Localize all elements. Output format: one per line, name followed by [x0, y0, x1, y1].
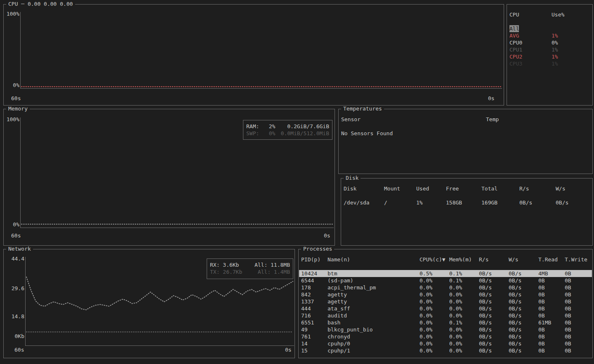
cpu-legend-row-cpu0[interactable]: CPU00% [507, 39, 592, 46]
cpu-legend-panel: CPUUse%AllAVG1%CPU00%CPU11%CPU21%CPU31% [507, 4, 593, 106]
process-cell-cpu-c: 0.0% [420, 326, 432, 333]
cpu-legend-row-cpu1[interactable]: CPU11% [507, 46, 592, 53]
process-cell-pid-p: 444 [301, 305, 311, 312]
process-cell-mem-m: 0.0% [449, 347, 462, 354]
memory-x-left-label: 60s [11, 233, 21, 239]
cpu-x-right-label: 0s [488, 96, 495, 101]
process-cell-mem-m: 0.0% [449, 284, 462, 291]
process-cell-mem-m: 0.0% [449, 333, 462, 340]
process-cell-w-s: 0B/s [509, 326, 521, 333]
process-header-mem-m[interactable]: Mem%(m) [449, 256, 472, 263]
process-header-r-s[interactable]: R/s [479, 256, 488, 263]
network-ytick-0: 0Kb [6, 333, 24, 339]
process-cell-name-n: blkcg_punt_bio [328, 326, 373, 333]
process-cell-w-s: 0B/s [509, 305, 521, 312]
process-cell-t-write: 0B [565, 319, 571, 326]
process-row[interactable]: 842agetty0.0%0.0%0B/s0B/s0B0B [299, 291, 592, 298]
process-header-t-read[interactable]: T.Read [538, 256, 558, 263]
process-cell-mem-m: 0.0% [449, 312, 462, 319]
disk-cell-free: 158GB [446, 199, 462, 206]
memory-swap-label: SWP: 0% [246, 130, 275, 137]
process-cell-cpu-c: 0.0% [420, 305, 432, 312]
process-row[interactable]: 444ata_sff0.0%0.0%0B/s0B/s0B0B [299, 305, 592, 312]
process-cell-mem-m: 0.0% [449, 291, 462, 298]
network-legend-tx-line: TX: 26.7Kb All: 1.4MB [210, 268, 290, 275]
network-x-left-label: 60s [14, 347, 24, 353]
process-row[interactable]: 15cpuhp/10.0%0.0%0B/s0B/s0B0B [299, 347, 592, 354]
cpu-legend-row-all[interactable]: All [507, 25, 592, 32]
cpu-legend-entry-name: CPU3 [509, 60, 522, 67]
process-row[interactable]: 14cpuhp/00.0%0.0%0B/s0B/s0B0B [299, 340, 592, 347]
process-cell-mem-m: 0.1% [449, 270, 462, 277]
process-row[interactable]: 6551bash0.0%0.1%0B/s0B/s61MB0B [299, 319, 592, 326]
process-row[interactable]: 6544(sd-pam)0.0%0.1%0B/s0B/s0B0B [299, 277, 592, 284]
cpu-legend-entry-use: 1% [552, 53, 558, 60]
process-cell-r-s: 0B/s [479, 305, 492, 312]
process-cell-cpu-c: 0.0% [420, 340, 432, 347]
process-header-name-n[interactable]: Name(n) [328, 256, 350, 263]
process-cell-cpu-c: 0.0% [420, 298, 432, 305]
process-cell-name-n: agetty [328, 291, 347, 298]
process-cell-name-n: agetty [328, 298, 347, 305]
process-cell-t-read: 0B [538, 305, 545, 312]
network-tx-rate: TX: 26.7Kb [210, 268, 242, 275]
process-cell-name-n: ata_sff [328, 305, 350, 312]
process-cell-t-read: 4MB [538, 270, 548, 277]
process-cell-w-s: 0B/s [509, 298, 521, 305]
process-header-w-s[interactable]: W/s [509, 256, 518, 263]
process-cell-t-write: 0B [565, 312, 571, 319]
process-cell-name-n: auditd [328, 312, 347, 319]
cpu-legend-row-avg[interactable]: AVG1% [507, 32, 592, 39]
processes-panel-title: Processes [301, 246, 334, 252]
process-header-t-write[interactable]: T.Write [565, 256, 587, 263]
process-cell-t-write: 0B [565, 298, 571, 305]
process-row[interactable]: 761chronyd0.0%0.0%0B/s0B/s0B0B [299, 333, 592, 340]
process-header-cpu-c[interactable]: CPU%(c)▼ [420, 256, 446, 263]
disk-row: /dev/sda/1%158GB169GB0B/s0B/s [342, 199, 592, 206]
process-cell-cpu-c: 0.0% [420, 347, 432, 354]
process-row[interactable]: 10424btm0.5%0.1%0B/s0B/s4MB0B [299, 270, 592, 277]
disk-panel: Disk DiskMountUsedFreeTotalR/sW/s/dev/sd… [341, 178, 593, 246]
memory-swap-value: 0.0MiB/512.0MiB [281, 130, 329, 137]
network-ytick-29: 29.6 [6, 286, 24, 291]
process-cell-t-read: 0B [538, 291, 545, 298]
process-cell-t-read: 0B [538, 326, 545, 333]
process-cell-t-read: 0B [538, 312, 545, 319]
disk-header-mount: Mount [384, 185, 400, 192]
bottom-system-monitor: CPU ─ 0.00 0.00 0.00 100% 0% 60s 0s CPUU… [0, 0, 594, 364]
cpu-legend-row-cpu3[interactable]: CPU31% [507, 60, 592, 67]
process-cell-pid-p: 10424 [301, 270, 317, 277]
process-cell-mem-m: 0.0% [449, 340, 462, 347]
cpu-legend-entry-use: 1% [552, 60, 558, 67]
cpu-legend-header-cpu: CPU [509, 11, 519, 18]
temperatures-header-temp: Temp [486, 116, 499, 123]
process-cell-cpu-c: 0.0% [420, 284, 432, 291]
disk-header-disk: Disk [344, 185, 356, 192]
memory-ram-label: RAM: 2% [246, 123, 275, 130]
process-cell-t-write: 0B [565, 340, 571, 347]
process-row[interactable]: 716auditd0.0%0.0%0B/s0B/s0B0B [299, 312, 592, 319]
processes-panel: Processes PID(p)Name(n)CPU%(c)▼Mem%(m)R/… [298, 249, 593, 358]
process-cell-t-read: 0B [538, 298, 545, 305]
process-cell-t-read: 0B [538, 340, 545, 347]
process-cell-r-s: 0B/s [479, 347, 492, 354]
process-row[interactable]: 178acpi_thermal_pm0.0%0.0%0B/s0B/s0B0B [299, 284, 592, 291]
process-cell-w-s: 0B/s [509, 277, 521, 284]
process-row[interactable]: 1337agetty0.0%0.0%0B/s0B/s0B0B [299, 298, 592, 305]
process-cell-t-read: 61MB [538, 319, 551, 326]
network-legend: RX: 3.6Kb All: 11.8MB TX: 26.7Kb All: 1.… [207, 258, 293, 279]
cpu-legend-row-cpu2[interactable]: CPU21% [507, 53, 592, 60]
graph-line-rx [26, 277, 293, 310]
cpu-legend-entry-use: 1% [552, 32, 558, 39]
process-cell-name-n: chronyd [328, 333, 350, 340]
cpu-legend-entry-name: AVG [509, 32, 519, 39]
process-cell-name-n: btm [328, 270, 337, 277]
process-header-pid-p[interactable]: PID(p) [301, 256, 321, 263]
network-tx-total: All: 1.4MB [258, 268, 290, 275]
process-cell-pid-p: 761 [301, 333, 311, 340]
process-cell-t-read: 0B [538, 277, 545, 284]
process-row[interactable]: 49blkcg_punt_bio0.0%0.0%0B/s0B/s0B0B [299, 326, 592, 333]
process-cell-pid-p: 178 [301, 284, 311, 291]
cpu-legend-entry-name: CPU2 [509, 53, 522, 60]
process-cell-t-write: 0B [565, 326, 571, 333]
